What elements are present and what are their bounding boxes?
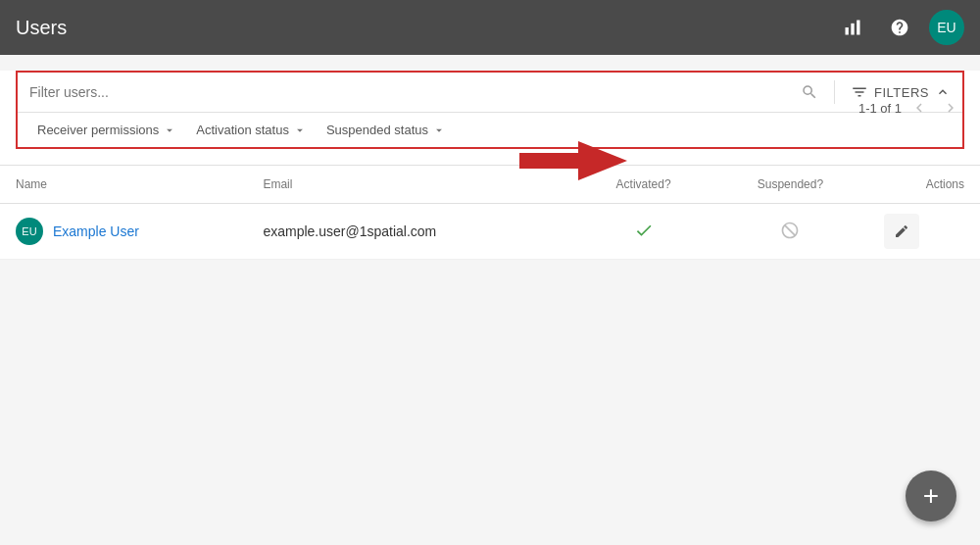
help-icon xyxy=(890,18,909,37)
activated-check-icon xyxy=(634,221,654,240)
pagination-prev-button[interactable] xyxy=(906,94,933,122)
receiver-permissions-filter[interactable]: Receiver permissions xyxy=(29,119,184,141)
activation-status-label: Activation status xyxy=(196,123,289,137)
app-header: Users EU xyxy=(0,0,980,55)
receiver-permissions-label: Receiver permissions xyxy=(37,123,159,137)
pagination-next-button[interactable] xyxy=(937,94,964,122)
filter-divider xyxy=(834,80,835,104)
filter-bar: FILTERS Receiver permissions Activation … xyxy=(16,71,964,149)
suspended-dash-icon xyxy=(780,221,800,240)
chevron-down-icon-suspended xyxy=(432,124,446,137)
col-name: Name xyxy=(0,166,247,204)
pagination-text: 1-1 of 1 xyxy=(858,101,902,116)
search-icon xyxy=(801,83,818,101)
table-row: EU Example User example.user@1spatial.co… xyxy=(0,204,980,260)
col-actions: Actions xyxy=(868,166,980,204)
main-content: 1-1 of 1 FILTERS Receiver permissions xyxy=(0,71,980,260)
col-email: Email xyxy=(247,166,574,204)
bar-chart-button[interactable] xyxy=(835,10,870,45)
col-suspended: Suspended? xyxy=(712,166,868,204)
user-actions-cell xyxy=(868,204,980,260)
chevron-right-icon xyxy=(942,99,959,117)
user-name-link[interactable]: Example User xyxy=(53,223,139,239)
suspended-status-filter[interactable]: Suspended status xyxy=(318,119,454,141)
table-header: Name Email Activated? Suspended? Actions xyxy=(0,166,980,204)
user-cell: EU Example User xyxy=(16,218,231,245)
svg-rect-2 xyxy=(857,21,859,35)
user-name-cell: EU Example User xyxy=(0,204,247,260)
filter-row-bottom: Receiver permissions Activation status S… xyxy=(18,113,962,147)
users-table: Name Email Activated? Suspended? Actions… xyxy=(0,166,980,260)
add-user-fab[interactable]: + xyxy=(906,471,956,521)
svg-rect-0 xyxy=(846,27,849,35)
user-suspended-cell xyxy=(712,204,868,260)
user-email-cell: example.user@1spatial.com xyxy=(247,204,574,260)
header-actions: EU xyxy=(835,10,964,45)
filter-input[interactable] xyxy=(29,84,793,100)
col-activated: Activated? xyxy=(574,166,712,204)
chevron-down-icon-activation xyxy=(293,124,307,137)
activation-status-filter[interactable]: Activation status xyxy=(188,119,315,141)
bar-chart-icon xyxy=(843,18,862,37)
chevron-down-icon-receiver xyxy=(163,124,176,137)
table-body: EU Example User example.user@1spatial.co… xyxy=(0,204,980,260)
svg-rect-1 xyxy=(851,24,854,35)
pagination: 1-1 of 1 xyxy=(858,94,964,122)
edit-icon xyxy=(894,223,909,239)
edit-user-button[interactable] xyxy=(884,214,919,249)
suspended-status-label: Suspended status xyxy=(326,123,428,137)
chevron-left-icon xyxy=(910,99,928,117)
users-table-container: Name Email Activated? Suspended? Actions… xyxy=(0,165,980,260)
filter-row-top: FILTERS xyxy=(18,73,962,113)
user-row-avatar: EU xyxy=(16,218,43,245)
user-activated-cell xyxy=(574,204,712,260)
help-button[interactable] xyxy=(882,10,917,45)
page-title: Users xyxy=(16,17,67,39)
user-avatar[interactable]: EU xyxy=(929,10,964,45)
fab-icon: + xyxy=(923,482,939,510)
